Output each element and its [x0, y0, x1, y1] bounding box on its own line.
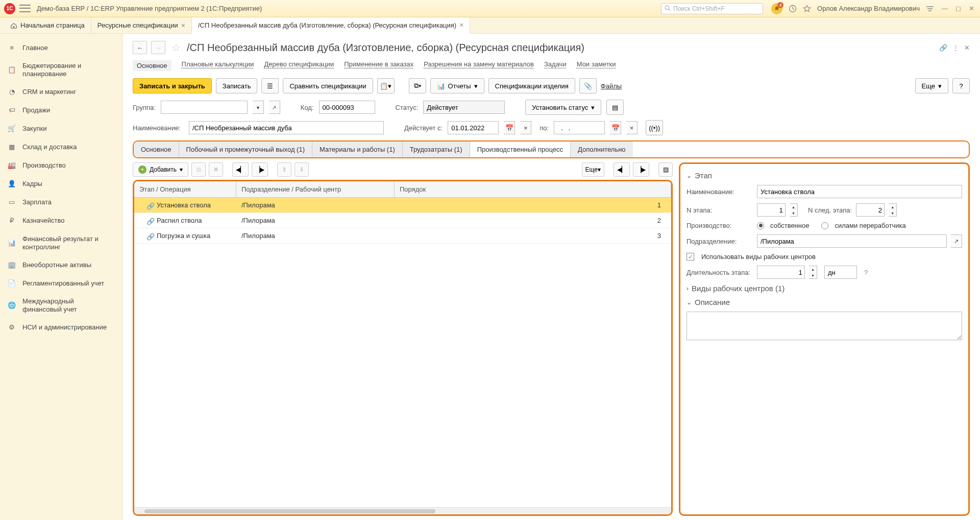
valid-to-input[interactable] [554, 121, 605, 134]
sidebar-item-warehouse[interactable]: ▦Склад и доставка [0, 138, 122, 157]
indent-right-button[interactable]: ▕▶ [252, 162, 268, 177]
stage-next-input[interactable] [856, 203, 885, 217]
table-row[interactable]: 🔗Распил ствола /Пилорама 2 [134, 213, 671, 228]
left-more-button[interactable]: Еще ▾ [582, 162, 604, 177]
tab-resource-specs[interactable]: Ресурсные спецификации × [91, 17, 192, 33]
itab-byproduct[interactable]: Побочный и промежуточный выход (1) [179, 141, 312, 157]
stage-n-input[interactable] [757, 203, 786, 217]
section-description[interactable]: ⌄Описание [687, 298, 962, 306]
sidebar-item-regulated[interactable]: 📄Регламентированный учет [0, 274, 122, 293]
itab-extra[interactable]: Дополнительно [571, 141, 633, 157]
more-button[interactable]: Еще ▾ [915, 78, 948, 93]
sidebar-item-treasury[interactable]: ₽Казначейство [0, 212, 122, 230]
valid-from-input[interactable] [448, 121, 499, 134]
itab-process[interactable]: Производственный процесс [470, 141, 571, 157]
favorites-icon[interactable] [803, 5, 811, 13]
group-open-button[interactable]: ↗ [269, 101, 280, 114]
use-wc-checkbox[interactable]: ✓ [687, 253, 694, 261]
sidebar-item-budgeting[interactable]: 📋Бюджетирование и планирование [0, 57, 122, 83]
save-close-button[interactable]: Записать и закрыть [133, 78, 212, 93]
sidebar-item-crm[interactable]: ◔CRM и маркетинг [0, 83, 122, 102]
indent-left-button[interactable]: ◀▏ [232, 162, 249, 177]
hamburger-icon[interactable] [19, 4, 31, 14]
attach-icon-button[interactable]: 📎 [579, 78, 597, 93]
sidebar-item-finance[interactable]: 📊Финансовый результат и контроллинг [0, 230, 122, 256]
close-icon[interactable]: × [459, 21, 463, 29]
kebab-icon[interactable]: ⋮ [952, 44, 959, 52]
broadcast-button[interactable]: ((•)) [646, 120, 663, 135]
description-textarea[interactable] [687, 312, 962, 340]
navlink-plan-calc[interactable]: Плановые калькуляции [182, 60, 254, 71]
radio-own[interactable] [757, 222, 764, 229]
horizontal-scrollbar[interactable] [134, 507, 671, 514]
code-input[interactable] [319, 101, 375, 114]
dept-open-button[interactable]: ↗ [951, 234, 962, 248]
group-dropdown-button[interactable]: ▾ [253, 101, 264, 114]
itab-main[interactable]: Основное [134, 141, 179, 157]
sidebar-item-ifrs[interactable]: 🌐Международный финансовый учет [0, 293, 122, 319]
table-row[interactable]: 🔗Установка ствола /Пилорама 1 [134, 198, 671, 213]
calendar-icon[interactable]: 📅 [610, 121, 621, 134]
calendar-icon[interactable]: 📅 [504, 121, 515, 134]
name-input[interactable] [189, 121, 384, 134]
navlink-orders[interactable]: Применение в заказах [344, 60, 413, 71]
move-down-button[interactable]: ⬇ [295, 162, 309, 177]
itab-labor[interactable]: Трудозатраты (1) [403, 141, 470, 157]
close-icon[interactable]: × [181, 21, 185, 30]
group-input[interactable] [161, 101, 248, 114]
navlink-tasks[interactable]: Задачи [544, 60, 567, 71]
sidebar-item-sales[interactable]: 🏷Продажи [0, 102, 122, 120]
compare-button[interactable]: Сравнить спецификации [283, 78, 373, 93]
navlink-replace[interactable]: Разрешения на замену материалов [424, 60, 534, 71]
status-extra-button[interactable]: ▤ [606, 100, 624, 115]
clear-from-button[interactable]: × [520, 121, 531, 134]
window-close[interactable]: ✕ [967, 5, 976, 12]
window-maximize[interactable]: ◻ [953, 5, 963, 12]
move-up-button[interactable]: ⬆ [277, 162, 291, 177]
sidebar-item-hr[interactable]: 👤Кадры [0, 175, 122, 194]
settings-lines-icon[interactable] [926, 5, 934, 12]
sidebar-item-assets[interactable]: 🏢Внеоборотные активы [0, 256, 122, 274]
dept-input[interactable] [757, 234, 947, 248]
delete-row-button[interactable]: ✖ [209, 162, 223, 177]
col-dept[interactable]: Подразделение / Рабочий центр [236, 181, 395, 197]
copy-row-button[interactable]: ⧉ [191, 162, 206, 177]
navlink-tree[interactable]: Дерево спецификации [264, 60, 334, 71]
copy-dropdown-button[interactable]: 📋▾ [377, 78, 395, 93]
save-button[interactable]: Записать [216, 78, 258, 93]
favorite-star-icon[interactable]: ☆ [172, 41, 181, 54]
table-row[interactable]: 🔗Погрузка и сушка /Пилорама 3 [134, 228, 671, 244]
history-icon[interactable] [789, 5, 797, 13]
help-button[interactable]: ? [952, 78, 970, 93]
right-indent-left-button[interactable]: ◀▏ [614, 162, 630, 177]
tab-current-spec[interactable]: /СП Необрезанный массив дуба (Изготовлен… [192, 17, 471, 34]
stage-next-spinner[interactable]: ▲▼ [889, 203, 897, 217]
nav-forward-button[interactable]: → [151, 41, 165, 54]
navlink-notes[interactable]: Мои заметки [577, 60, 616, 71]
right-indent-right-button[interactable]: ▕▶ [633, 162, 649, 177]
navlink-main[interactable]: Основное [133, 60, 172, 71]
sidebar-item-production[interactable]: 🏭Производство [0, 157, 122, 175]
tab-home[interactable]: Начальная страница [4, 17, 91, 33]
section-stage[interactable]: ⌄Этап [687, 171, 962, 180]
duration-unit-input[interactable] [824, 266, 857, 279]
duration-input[interactable] [757, 266, 805, 279]
section-wc-types[interactable]: ›Виды рабочих центров (1) [687, 284, 962, 293]
sidebar-item-salary[interactable]: ▭Зарплата [0, 194, 122, 212]
global-search-input[interactable]: Поиск Ctrl+Shift+F [661, 3, 763, 14]
notifications-icon[interactable]: 4 [771, 3, 782, 14]
nav-back-button[interactable]: ← [133, 41, 147, 54]
link-icon[interactable]: 🔗 [939, 44, 947, 52]
sidebar-item-main[interactable]: ≡Главное [0, 39, 122, 57]
duration-spinner[interactable]: ▲▼ [809, 266, 817, 279]
duplicate-dropdown-button[interactable]: ⧉▾ [409, 78, 426, 93]
spec-items-button[interactable]: Спецификации изделия [488, 78, 575, 93]
radio-external[interactable] [821, 222, 828, 229]
reports-button[interactable]: 📊 Отчеты ▾ [430, 78, 484, 93]
add-button[interactable]: + Добавить ▾ [133, 162, 188, 177]
set-status-button[interactable]: Установить статус ▾ [525, 100, 601, 115]
username[interactable]: Орлов Александр Владимирович [817, 5, 920, 12]
stage-name-input[interactable] [757, 185, 962, 198]
files-link[interactable]: Файлы [601, 82, 622, 90]
itab-materials[interactable]: Материалы и работы (1) [312, 141, 403, 157]
